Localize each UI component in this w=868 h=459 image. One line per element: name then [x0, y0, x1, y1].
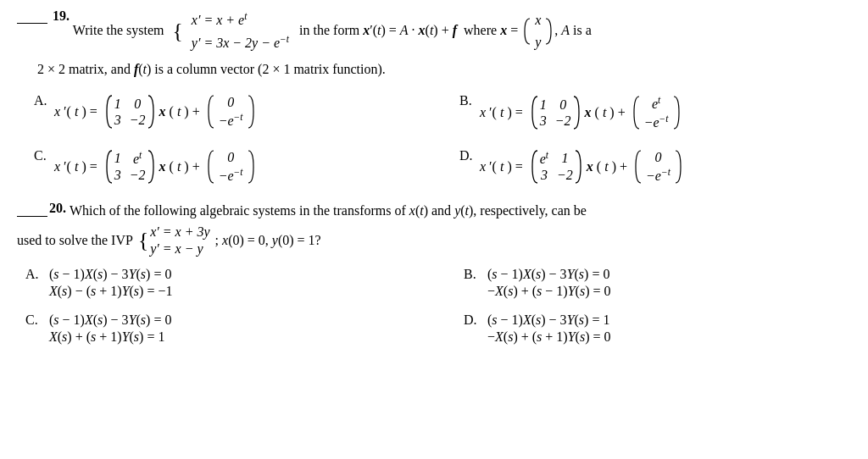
x-vector: x y — [523, 8, 553, 54]
q19-content-D: x′(t) = et 1 3 −2 x(t) + 0 — [480, 148, 682, 185]
q20-brace: { — [138, 230, 148, 252]
q19-answer-C: C. x′(t) = 1 et 3 −2 x(t) + — [34, 148, 426, 185]
q19-sys2: y′ = 3x − 2y − e−t — [192, 32, 289, 53]
q19-B-vec: et −e−t — [632, 93, 681, 133]
q20-A-line1: (s − 1)X(s) − 3Y(s) = 0 — [49, 267, 172, 282]
q20-ivp-line: used to solve the IVP { x′ = x + 3y y′ =… — [17, 224, 851, 257]
q19-underline — [17, 23, 47, 24]
q20-B-line2: −X(s) + (s − 1)Y(s) = 0 — [487, 284, 610, 299]
q19-header: 19. Write the system { x′ = x + et y′ = … — [17, 8, 851, 54]
q20-ivp-intro: used to solve the IVP — [17, 233, 133, 248]
q20-header: 20. Which of the following algebraic sys… — [17, 201, 851, 221]
q20-answer-B: B. (s − 1)X(s) − 3Y(s) = 0 −X(s) + (s − … — [464, 267, 851, 299]
question-20: 20. Which of the following algebraic sys… — [17, 201, 851, 345]
q20-ivp-cond: ; x(0) = 0, y(0) = 1? — [215, 233, 321, 248]
q19-label-C: C. — [34, 148, 49, 163]
q20-content-D: (s − 1)X(s) − 3Y(s) = 1 −X(s) + (s + 1)Y… — [487, 312, 610, 345]
q20-ivp-system: x′ = x + 3y y′ = x − y — [150, 224, 209, 257]
q20-C-line2: X(s) + (s + 1)Y(s) = 1 — [49, 329, 171, 345]
q19-label-D: D. — [459, 148, 475, 163]
q19-text: Write the system { x′ = x + et y′ = 3x −… — [70, 8, 851, 54]
q20-number: 20. — [49, 201, 66, 216]
q19-sys1: x′ = x + et — [192, 9, 289, 30]
q19-answer-D: D. x′(t) = et 1 3 −2 x(t) + — [459, 148, 851, 185]
q20-content-A: (s − 1)X(s) − 3Y(s) = 0 X(s) − (s + 1)Y(… — [49, 267, 172, 299]
q20-label-D: D. — [464, 312, 481, 328]
q20-D-line1: (s − 1)X(s) − 3Y(s) = 1 — [487, 312, 610, 328]
q19-subtext: 2 × 2 matrix, and f(t) is a column vecto… — [37, 59, 851, 80]
q19-answers: A. x′(t) = 1 0 3 −2 x(t) + — [34, 93, 851, 185]
q20-ivp-line1: x′ = x + 3y — [150, 224, 209, 240]
q20-B-line1: (s − 1)X(s) − 3Y(s) = 0 — [487, 267, 610, 282]
q20-A-line2: X(s) − (s + 1)Y(s) = −1 — [49, 284, 172, 299]
q20-text: Which of the following algebraic systems… — [70, 201, 851, 221]
q19-label-B: B. — [459, 93, 475, 108]
q19-number: 19. — [17, 8, 70, 24]
q20-C-line1: (s − 1)X(s) − 3Y(s) = 0 — [49, 312, 171, 328]
q20-underline-prefix — [17, 216, 47, 217]
q19-C-vec: 0 −e−t — [207, 148, 255, 185]
q19-A-vec: 0 −e−t — [207, 93, 255, 130]
q19-label-A: A. — [34, 93, 49, 108]
q20-content-B: (s − 1)X(s) − 3Y(s) = 0 −X(s) + (s − 1)Y… — [487, 267, 610, 299]
q20-answer-C: C. (s − 1)X(s) − 3Y(s) = 0 X(s) + (s + 1… — [25, 312, 413, 345]
q19-A-matrix: 1 0 3 −2 — [104, 93, 156, 130]
q20-label-C: C. — [25, 312, 42, 328]
question-19: 19. Write the system { x′ = x + et y′ = … — [17, 8, 851, 185]
q19-answer-B: B. x′(t) = 1 0 3 −2 x(t) + — [459, 93, 851, 133]
q19-B-matrix: 1 0 3 −2 — [530, 94, 581, 131]
q20-content-C: (s − 1)X(s) − 3Y(s) = 0 X(s) + (s + 1)Y(… — [49, 312, 171, 345]
q19-answer-A: A. x′(t) = 1 0 3 −2 x(t) + — [34, 93, 426, 133]
q19-D-matrix: et 1 3 −2 — [530, 148, 583, 185]
q20-ivp-line2: y′ = x − y — [150, 241, 209, 257]
q20-D-line2: −X(s) + (s + 1)Y(s) = 0 — [487, 329, 610, 345]
q20-label-B: B. — [464, 267, 481, 282]
q19-C-matrix: 1 et 3 −2 — [104, 148, 156, 185]
q20-answer-A: A. (s − 1)X(s) − 3Y(s) = 0 X(s) − (s + 1… — [25, 267, 413, 299]
q20-label-A: A. — [25, 267, 42, 282]
q19-content-B: x′(t) = 1 0 3 −2 x(t) + et — [480, 93, 681, 133]
q20-answers: A. (s − 1)X(s) − 3Y(s) = 0 X(s) − (s + 1… — [25, 267, 851, 345]
q20-answer-D: D. (s − 1)X(s) − 3Y(s) = 1 −X(s) + (s + … — [464, 312, 851, 345]
q19-content-C: x′(t) = 1 et 3 −2 x(t) + 0 — [54, 148, 255, 185]
q19-content-A: x′(t) = 1 0 3 −2 x(t) + — [54, 93, 255, 130]
q19-D-vec: 0 −e−t — [634, 148, 682, 185]
